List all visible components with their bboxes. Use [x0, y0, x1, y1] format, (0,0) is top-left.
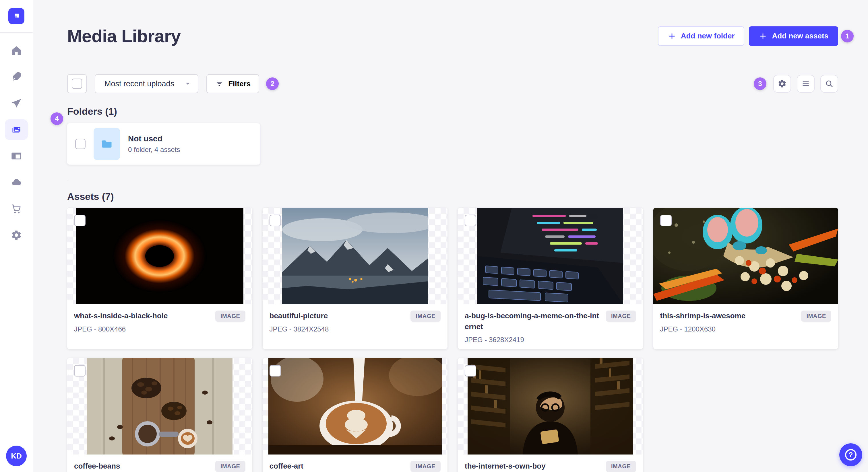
asset-thumbnail-library-portrait [468, 358, 633, 454]
gear-icon [778, 79, 787, 88]
header-actions: Add new folder Add new assets 1 [658, 26, 838, 46]
toolbar: Most recent uploads Filters 2 3 [67, 74, 838, 93]
filters-label: Filters [228, 79, 251, 88]
tour-step-badge-3: 3 [754, 77, 766, 90]
asset-meta: JPEG - 1200X630 [660, 324, 797, 334]
layout-icon [11, 150, 22, 162]
asset-card[interactable]: coffee-art JPEG - 5824X3259 IMAGE [262, 358, 448, 472]
asset-checkbox[interactable] [270, 365, 281, 376]
folder-tile [94, 128, 120, 160]
asset-title: coffee-beans JPEG - 5021X3347 [74, 461, 211, 472]
filter-icon [215, 79, 224, 88]
asset-checkbox[interactable] [74, 215, 86, 226]
view-settings-button[interactable] [773, 75, 791, 93]
folder-card[interactable]: Not used 0 folder, 4 assets [67, 123, 260, 165]
asset-meta: JPEG - 3824X2548 [270, 324, 406, 334]
filters-button[interactable]: Filters [206, 74, 259, 93]
sort-value: Most recent uploads [104, 79, 174, 88]
asset-caption: coffee-art JPEG - 5824X3259 IMAGE [262, 454, 448, 472]
sidebar-item-marketplace[interactable] [5, 198, 28, 219]
tour-step-badge-4: 4 [51, 112, 63, 125]
strapi-logo[interactable] [8, 8, 24, 24]
asset-title: coffee-art JPEG - 5824X3259 [270, 461, 406, 472]
asset-card[interactable]: what-s-inside-a-black-hole JPEG - 800X46… [67, 208, 252, 349]
asset-thumbnail-latte-art [268, 358, 442, 454]
assets-heading: Assets (7) [67, 191, 838, 202]
asset-checkbox[interactable] [465, 215, 476, 226]
asset-type-badge: IMAGE [410, 461, 441, 472]
add-new-assets-button[interactable]: Add new assets [749, 26, 838, 46]
sidebar-item-deploy[interactable] [5, 93, 28, 113]
plus-icon [668, 32, 676, 40]
folder-icon [100, 138, 113, 150]
folders-heading: Folders (1) [67, 106, 838, 117]
asset-caption: coffee-beans JPEG - 5021X3347 IMAGE [67, 454, 252, 472]
asset-caption: a-bug-is-becoming-a-meme-on-the-internet… [458, 304, 643, 349]
add-new-folder-label: Add new folder [681, 32, 735, 40]
view-controls: 3 [754, 75, 838, 93]
user-avatar[interactable]: KD [6, 446, 27, 466]
asset-meta: JPEG - 800X466 [74, 324, 211, 334]
asset-checkbox[interactable] [465, 365, 476, 376]
asset-type-badge: IMAGE [215, 310, 245, 322]
asset-title: this-shrimp-is-awesome JPEG - 1200X630 [660, 310, 797, 334]
logo-container [0, 0, 33, 33]
add-new-assets-label: Add new assets [772, 32, 828, 40]
home-icon [11, 45, 22, 56]
asset-caption: what-s-inside-a-black-hole JPEG - 800X46… [67, 304, 252, 340]
asset-card[interactable]: the-internet-s-own-boy JPEG - 1200X707 I… [458, 358, 643, 472]
sidebar-item-home[interactable] [5, 40, 28, 61]
main-content: 4 Media Library Add new folder Add new a… [33, 0, 868, 472]
list-view-button[interactable] [797, 75, 815, 93]
sidebar-item-cloud[interactable] [5, 172, 28, 193]
asset-type-badge: IMAGE [215, 461, 245, 472]
add-new-folder-button[interactable]: Add new folder [658, 26, 745, 46]
plus-icon [758, 32, 767, 40]
search-icon [825, 79, 834, 88]
asset-preview [458, 208, 643, 304]
sidebar-item-content[interactable] [5, 67, 28, 87]
asset-preview [262, 358, 448, 454]
feather-icon [11, 71, 22, 82]
folder-checkbox[interactable] [75, 139, 86, 149]
asset-card[interactable]: coffee-beans JPEG - 5021X3347 IMAGE [67, 358, 252, 472]
asset-caption: beautiful-picture JPEG - 3824X2548 IMAGE [262, 304, 448, 340]
cart-icon [11, 203, 22, 214]
sidebar: KD [0, 0, 33, 472]
help-button[interactable]: ? [839, 443, 862, 466]
tour-step-badge-1: 1 [841, 30, 854, 42]
asset-preview [67, 358, 252, 454]
list-icon [801, 79, 810, 88]
asset-thumbnail-coffee-beans [87, 358, 232, 454]
asset-type-badge: IMAGE [606, 310, 636, 322]
tour-step-badge-2: 2 [266, 77, 279, 90]
sidebar-item-settings[interactable] [5, 225, 28, 245]
search-button[interactable] [820, 75, 838, 93]
asset-thumbnail-black-hole [76, 208, 243, 304]
cloud-icon [11, 177, 22, 188]
asset-caption: this-shrimp-is-awesome JPEG - 1200X630 I… [653, 304, 838, 340]
sidebar-item-content-type-builder[interactable] [5, 146, 28, 166]
asset-card[interactable]: this-shrimp-is-awesome JPEG - 1200X630 I… [653, 208, 838, 349]
images-icon [11, 124, 22, 135]
paper-plane-icon [11, 98, 22, 109]
asset-preview [262, 208, 448, 304]
page-title: Media Library [67, 26, 181, 46]
asset-checkbox[interactable] [660, 215, 672, 226]
strapi-logo-icon [11, 11, 22, 21]
asset-card[interactable]: a-bug-is-becoming-a-meme-on-the-internet… [458, 208, 643, 349]
asset-thumbnail-laptop-code [477, 208, 623, 304]
sidebar-item-media-library[interactable] [5, 119, 28, 140]
asset-checkbox[interactable] [270, 215, 281, 226]
asset-caption: the-internet-s-own-boy JPEG - 1200X707 I… [458, 454, 643, 472]
asset-type-badge: IMAGE [606, 461, 636, 472]
select-all-checkbox[interactable] [67, 74, 87, 93]
asset-title: what-s-inside-a-black-hole JPEG - 800X46… [74, 310, 211, 334]
asset-checkbox[interactable] [74, 365, 86, 376]
sort-dropdown[interactable]: Most recent uploads [95, 74, 198, 93]
sidebar-nav [5, 33, 28, 245]
assets-grid: what-s-inside-a-black-hole JPEG - 800X46… [67, 208, 838, 472]
question-mark-icon: ? [845, 449, 857, 461]
folder-info: Not used 0 folder, 4 assets [128, 134, 180, 154]
asset-card[interactable]: beautiful-picture JPEG - 3824X2548 IMAGE [262, 208, 448, 349]
